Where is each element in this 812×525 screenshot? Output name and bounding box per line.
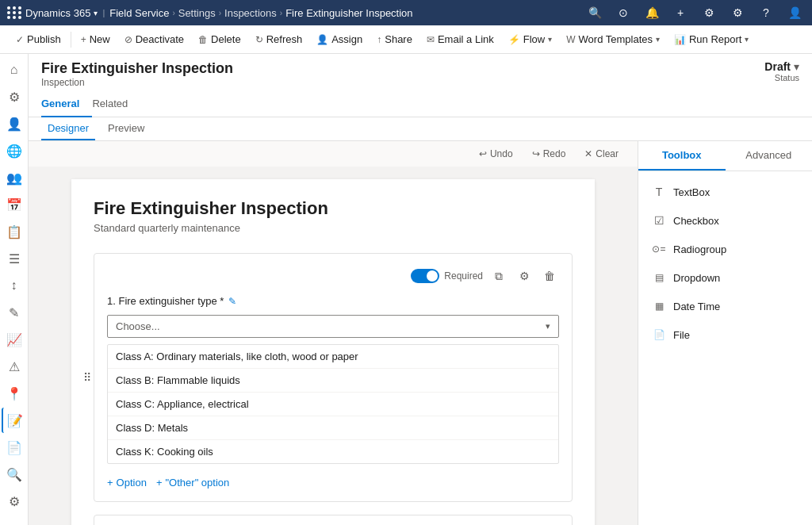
deactivate-button[interactable]: ⊘ Deactivate xyxy=(118,29,190,51)
toolbox-tab-toolbox[interactable]: Toolbox xyxy=(638,141,726,171)
add-other-option-button[interactable]: + "Other" option xyxy=(156,477,229,489)
sidebar-sort-icon[interactable]: ↕ xyxy=(2,273,27,298)
sidebar-edit-icon[interactable]: ✎ xyxy=(2,300,27,325)
toolbox-tab-advanced[interactable]: Advanced xyxy=(726,141,813,171)
breadcrumb-current: Fire Extinguisher Inspection xyxy=(285,7,412,19)
share-button[interactable]: ↑ Share xyxy=(370,29,419,51)
sidebar-globe-icon[interactable]: 🌐 xyxy=(2,138,27,163)
sub-tab-designer[interactable]: Designer xyxy=(41,117,95,140)
email-link-button[interactable]: ✉ Email a Link xyxy=(420,29,500,51)
search-icon[interactable]: 🔍 xyxy=(584,2,606,24)
breadcrumb-settings[interactable]: Settings xyxy=(178,7,216,19)
sidebar-inspection-icon[interactable]: 📝 xyxy=(2,408,27,433)
sidebar-chart-icon[interactable]: 📈 xyxy=(2,327,27,352)
option-item-4[interactable]: Class K: Cooking oils xyxy=(108,440,558,463)
sidebar-scan-icon[interactable]: 🔍 xyxy=(2,462,27,487)
option-item-0[interactable]: Class A: Ordinary materials, like cloth,… xyxy=(108,345,558,369)
main-tabs: General Related xyxy=(29,91,812,117)
settings-question-icon[interactable]: ⚙ xyxy=(515,266,534,285)
textbox-icon: T xyxy=(651,184,667,200)
filter-icon[interactable]: ⚙ xyxy=(698,2,720,24)
toolbox-textbox[interactable]: T TextBox xyxy=(645,178,806,206)
breadcrumb: › Settings › Inspections › Fire Extingui… xyxy=(172,7,412,19)
sidebar-map-icon[interactable]: 📍 xyxy=(2,381,27,406)
share-icon: ↑ xyxy=(377,34,381,45)
tab-general[interactable]: General xyxy=(41,91,92,117)
status-chevron-icon: ▾ xyxy=(794,60,799,73)
refresh-button[interactable]: ↻ Refresh xyxy=(249,29,309,51)
sidebar-file-icon[interactable]: 📄 xyxy=(2,435,27,460)
dropdown-chevron: ▾ xyxy=(546,321,550,331)
required-toggle[interactable]: Required xyxy=(411,269,483,283)
copy-question-icon[interactable]: ⧉ xyxy=(489,266,508,285)
page-header-left: Fire Extinguisher Inspection Inspection xyxy=(41,60,233,88)
publish-button[interactable]: ✓ Publish xyxy=(10,29,67,51)
help-icon[interactable]: ? xyxy=(755,2,777,24)
status-badge[interactable]: Draft ▾ Status xyxy=(764,60,799,82)
page-header: Fire Extinguisher Inspection Inspection … xyxy=(29,54,812,88)
delete-question-icon[interactable]: 🗑 xyxy=(540,266,559,285)
tab-related[interactable]: Related xyxy=(92,91,140,117)
run-report-chevron: ▾ xyxy=(745,35,749,44)
question-1-label: 1. Fire extinguisher type * ✎ xyxy=(107,295,559,307)
flow-button[interactable]: ⚡ Flow ▾ xyxy=(502,29,558,51)
email-icon: ✉ xyxy=(427,34,435,45)
sidebar-alert-icon[interactable]: ⚠ xyxy=(2,354,27,379)
tasks-icon[interactable]: ⊙ xyxy=(612,2,634,24)
sub-tab-preview[interactable]: Preview xyxy=(102,117,151,140)
sidebar-home-icon[interactable]: ⌂ xyxy=(2,57,27,82)
option-item-2[interactable]: Class C: Appliance, electrical xyxy=(108,393,558,416)
undo-icon: ↩ xyxy=(479,148,487,159)
sidebar-group-icon[interactable]: 👥 xyxy=(2,165,27,190)
run-report-button[interactable]: 📊 Run Report ▾ xyxy=(668,29,755,51)
main-content: ⌂ ⚙ 👤 🌐 👥 📅 📋 ☰ ↕ ✎ 📈 ⚠ 📍 📝 📄 🔍 ⚙ Fire E… xyxy=(0,54,812,525)
app-menu-button[interactable] xyxy=(6,5,22,21)
option-item-3[interactable]: Class D: Metals xyxy=(108,416,558,440)
assign-button[interactable]: 👤 Assign xyxy=(310,29,369,51)
add-option-row: + Option + "Other" option xyxy=(107,472,559,489)
sidebar-settings-icon[interactable]: ⚙ xyxy=(2,84,27,109)
drag-handle[interactable]: ⠿ xyxy=(83,371,91,384)
sidebar-user-icon[interactable]: 👤 xyxy=(2,111,27,136)
publish-icon: ✓ xyxy=(16,34,24,45)
word-templates-button[interactable]: W Word Templates ▾ xyxy=(560,29,666,51)
assign-icon: 👤 xyxy=(316,34,328,45)
toolbox-radiogroup[interactable]: ⊙= Radiogroup xyxy=(645,235,806,263)
new-button[interactable]: + New xyxy=(75,29,117,51)
toolbox-datetime[interactable]: ▦ Date Time xyxy=(645,292,806,320)
breadcrumb-inspections[interactable]: Inspections xyxy=(224,7,277,19)
question-2-block: 2. Confirm the extinguisher is visible, … xyxy=(94,515,573,525)
app-brand[interactable]: Dynamics 365 ▾ xyxy=(25,7,98,19)
toolbox-checkbox[interactable]: ☑ Checkbox xyxy=(645,206,806,235)
module-name[interactable]: Field Service xyxy=(109,7,169,19)
clear-button[interactable]: ✕ Clear xyxy=(578,146,625,162)
sidebar-list-icon[interactable]: ☰ xyxy=(2,246,27,271)
sidebar-clipboard-icon[interactable]: 📋 xyxy=(2,219,27,244)
question-1-dropdown[interactable]: Choose... ▾ xyxy=(107,315,559,338)
required-toggle-switch[interactable] xyxy=(411,269,439,283)
toolbox-dropdown[interactable]: ▤ Dropdown xyxy=(645,263,806,292)
edit-question-icon[interactable]: ✎ xyxy=(228,296,236,307)
undo-button[interactable]: ↩ Undo xyxy=(473,146,519,162)
sidebar-gear-icon[interactable]: ⚙ xyxy=(2,489,27,514)
dropdown-icon: ▤ xyxy=(651,270,667,285)
user-avatar[interactable]: 👤 xyxy=(783,2,806,24)
redo-button[interactable]: ↪ Redo xyxy=(526,146,573,162)
add-option-button[interactable]: + Option xyxy=(107,477,147,489)
sidebar-calendar-icon[interactable]: 📅 xyxy=(2,192,27,217)
delete-button[interactable]: 🗑 Delete xyxy=(192,29,247,51)
option-item-1[interactable]: Class B: Flammable liquids xyxy=(108,369,558,393)
question-1-header: Required ⧉ ⚙ 🗑 xyxy=(107,266,559,285)
app-name-label: Dynamics 365 xyxy=(25,7,90,19)
clear-icon: ✕ xyxy=(584,148,592,159)
run-report-icon: 📊 xyxy=(674,34,686,45)
settings-icon[interactable]: ⚙ xyxy=(726,2,749,24)
question-1-block: ⠿ Required ⧉ ⚙ 🗑 xyxy=(94,253,573,502)
form-column: Fire Extinguisher Inspection Inspection … xyxy=(29,54,812,525)
notifications-bell-icon[interactable]: 🔔 xyxy=(641,2,663,24)
redo-icon: ↪ xyxy=(532,148,540,159)
toolbox-file[interactable]: 📄 File xyxy=(645,320,806,349)
toolbox-panel: Toolbox Advanced T TextBox ☑ Checkbox ⊙=… xyxy=(638,141,812,525)
add-icon[interactable]: + xyxy=(669,2,691,24)
required-label: Required xyxy=(444,270,483,282)
